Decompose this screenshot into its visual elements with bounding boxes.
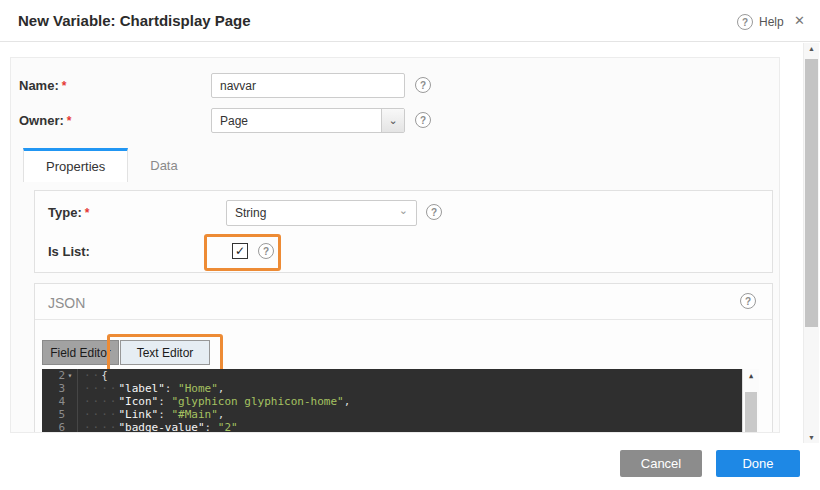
text-editor-button[interactable]: Text Editor bbox=[120, 340, 210, 365]
required-asterisk: * bbox=[67, 114, 72, 128]
field-editor-button[interactable]: Field Editor bbox=[42, 340, 119, 365]
name-input[interactable] bbox=[211, 73, 405, 98]
required-asterisk: * bbox=[85, 206, 90, 220]
chevron-down-icon[interactable]: ⌄ bbox=[381, 109, 404, 132]
editor-scrollbar[interactable]: ▲ bbox=[742, 369, 759, 433]
editor-scroll-thumb[interactable] bbox=[745, 392, 757, 433]
json-title: JSON bbox=[48, 295, 85, 311]
scroll-up-icon[interactable]: ▲ bbox=[804, 45, 819, 52]
dialog-header: New Variable: Chartdisplay Page ? Help ✕ bbox=[0, 0, 820, 42]
properties-panel: Type:* String ⌄ ? Is List: ✓ ? bbox=[34, 190, 773, 273]
scroll-down-icon[interactable]: ▼ bbox=[804, 434, 819, 441]
type-select[interactable]: String ⌄ bbox=[226, 200, 417, 226]
dialog-title: New Variable: Chartdisplay Page bbox=[18, 12, 251, 29]
json-code-editor[interactable]: 2▾ ··{ 3 ····"label": "Home", 4 ····"Ico… bbox=[42, 369, 759, 433]
code-line: 4 ····"Icon": "glyphicon glyphicon-home"… bbox=[42, 395, 759, 408]
code-line: 6 ····"badge-value": "2" bbox=[42, 421, 759, 433]
check-icon: ✓ bbox=[235, 244, 245, 258]
tab-properties[interactable]: Properties bbox=[23, 148, 128, 182]
help-icon[interactable]: ? bbox=[415, 112, 431, 128]
content-panel: Name:* ? Owner:* Page ⌄ ? Properties Dat… bbox=[10, 57, 780, 433]
code-line: 5 ····"Link": "#Main", bbox=[42, 408, 759, 421]
name-label: Name:* bbox=[19, 78, 66, 93]
tab-bar: Properties Data bbox=[23, 148, 200, 182]
owner-label: Owner:* bbox=[19, 113, 71, 128]
help-icon[interactable]: ? bbox=[258, 243, 274, 259]
line-number: 5 bbox=[58, 408, 65, 421]
is-list-label: Is List: bbox=[48, 244, 90, 259]
help-link[interactable]: Help bbox=[759, 15, 784, 29]
tab-data[interactable]: Data bbox=[128, 148, 199, 182]
help-icon[interactable]: ? bbox=[415, 77, 431, 93]
help-icon[interactable]: ? bbox=[426, 204, 442, 220]
modal-scroll-thumb[interactable] bbox=[805, 59, 818, 327]
type-label: Type:* bbox=[48, 205, 89, 220]
cancel-button[interactable]: Cancel bbox=[620, 450, 702, 477]
modal-scrollbar[interactable]: ▲ ▼ bbox=[803, 43, 819, 443]
code-line: 2▾ ··{ bbox=[42, 369, 759, 382]
type-select-value: String bbox=[235, 206, 266, 220]
close-icon[interactable]: ✕ bbox=[794, 13, 805, 28]
help-icon[interactable]: ? bbox=[737, 14, 753, 30]
is-list-checkbox[interactable]: ✓ bbox=[232, 243, 248, 259]
code-line: 3 ····"label": "Home", bbox=[42, 382, 759, 395]
owner-select-value: Page bbox=[220, 114, 248, 128]
owner-select[interactable]: Page ⌄ bbox=[211, 108, 405, 133]
line-number: 4 bbox=[58, 395, 65, 408]
help-icon[interactable]: ? bbox=[740, 293, 756, 309]
divider bbox=[35, 319, 772, 320]
line-number: 2 bbox=[58, 369, 65, 382]
required-asterisk: * bbox=[62, 79, 67, 93]
done-button[interactable]: Done bbox=[716, 450, 800, 477]
line-number: 3 bbox=[58, 382, 65, 395]
chevron-down-icon: ⌄ bbox=[399, 204, 408, 217]
scroll-up-icon[interactable]: ▲ bbox=[743, 370, 759, 383]
fold-icon[interactable]: ▾ bbox=[65, 369, 75, 382]
line-number: 6 bbox=[58, 421, 65, 433]
new-variable-dialog: New Variable: Chartdisplay Page ? Help ✕… bbox=[0, 0, 820, 490]
json-panel: JSON ? Field Editor Text Editor 2▾ ··{ 3… bbox=[34, 283, 773, 433]
